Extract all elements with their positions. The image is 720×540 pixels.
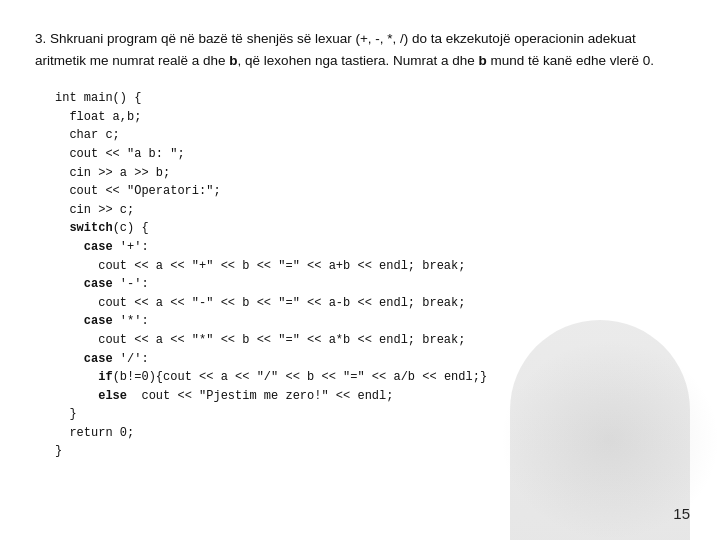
code-line: cout << a << "-" << b << "=" << a-b << e… <box>55 294 685 313</box>
code-line: cout << a << "*" << b << "=" << a*b << e… <box>55 331 685 350</box>
code-line: cin >> c; <box>55 201 685 220</box>
code-line-case-plus: case '+': <box>55 238 685 257</box>
description-text: 3. Shkruani program që në bazë të shenjë… <box>35 28 685 71</box>
code-line-case-mult: case '*': <box>55 312 685 331</box>
code-line: } <box>55 442 685 461</box>
code-line-switch: switch(c) { <box>55 219 685 238</box>
code-line: cout << a << "+" << b << "=" << a+b << e… <box>55 257 685 276</box>
code-line-else: else cout << "Pjestim me zero!" << endl; <box>55 387 685 406</box>
code-line-case-div: case '/': <box>55 350 685 369</box>
code-line: } <box>55 405 685 424</box>
code-line: cout << "Operatori:"; <box>55 182 685 201</box>
code-line: return 0; <box>55 424 685 443</box>
description-label: 3. Shkruani program që në bazë të shenjë… <box>35 31 654 68</box>
code-line: cout << "a b: "; <box>55 145 685 164</box>
code-line: float a,b; <box>55 108 685 127</box>
slide-content: 3. Shkruani program që në bazë të shenjë… <box>0 0 720 481</box>
code-line: char c; <box>55 126 685 145</box>
code-line-if: if(b!=0){cout << a << "/" << b << "=" <<… <box>55 368 685 387</box>
code-line: cin >> a >> b; <box>55 164 685 183</box>
page-number: 15 <box>673 505 690 522</box>
code-line-case-minus: case '-': <box>55 275 685 294</box>
code-block: int main() { float a,b; char c; cout << … <box>35 89 685 461</box>
code-line: int main() { <box>55 89 685 108</box>
